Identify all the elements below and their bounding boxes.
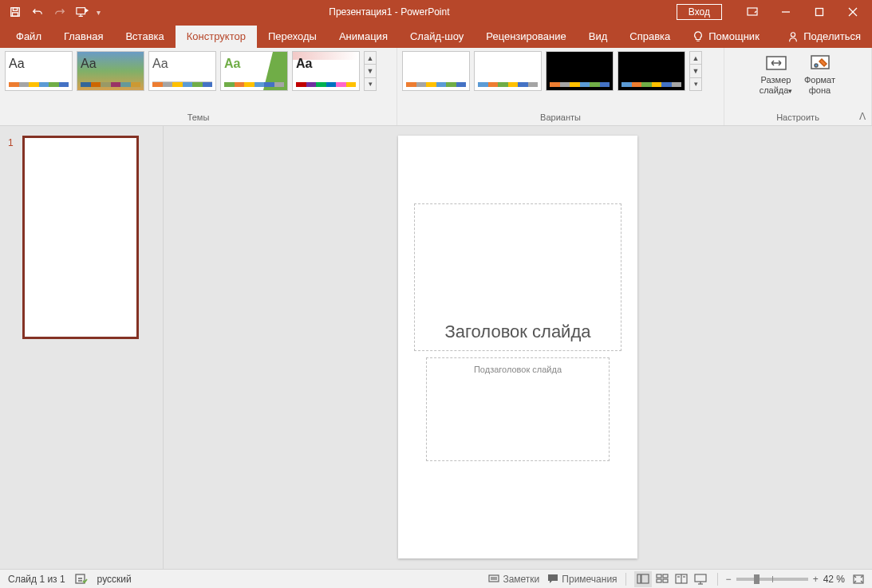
tab-slideshow[interactable]: Слайд-шоу — [399, 26, 475, 48]
expand-icon[interactable]: ▾ — [690, 78, 701, 90]
comments-button[interactable]: Примечания — [547, 574, 617, 585]
person-icon — [787, 31, 799, 42]
svg-rect-21 — [657, 579, 661, 582]
spellcheck-icon[interactable] — [75, 573, 88, 586]
theme-thumb-5[interactable]: Aa — [292, 51, 360, 91]
zoom-slider-track[interactable] — [736, 578, 808, 581]
work-area: 1 Заголовок слайда Подзаголовок слайда — [0, 126, 872, 569]
tab-review[interactable]: Рецензирование — [475, 26, 577, 48]
redo-icon[interactable] — [49, 2, 70, 22]
slide-size-button[interactable]: Размер слайда▾ — [756, 51, 796, 95]
close-icon[interactable] — [837, 0, 869, 24]
svg-rect-6 — [816, 9, 823, 16]
slide[interactable]: Заголовок слайда Подзаголовок слайда — [398, 136, 637, 558]
tell-me[interactable]: Помощник — [681, 26, 771, 48]
slide-counter[interactable]: Слайд 1 из 1 — [8, 574, 65, 585]
share-button[interactable]: Поделиться — [776, 26, 872, 48]
qat-customize-icon[interactable]: ▾ — [94, 8, 102, 17]
tab-view[interactable]: Вид — [578, 26, 619, 48]
zoom-slider-handle[interactable] — [754, 574, 760, 584]
themes-more[interactable]: ▲▼▾ — [364, 51, 377, 91]
zoom-control: − + 42 % — [726, 574, 845, 585]
scroll-up-icon[interactable]: ▲ — [365, 52, 376, 65]
subtitle-placeholder[interactable]: Подзаголовок слайда — [426, 357, 610, 461]
svg-rect-3 — [77, 8, 85, 14]
scroll-up-icon[interactable]: ▲ — [690, 52, 701, 65]
variant-thumb-4[interactable] — [618, 51, 685, 91]
thumbnail-row[interactable]: 1 — [0, 136, 163, 339]
tab-file[interactable]: Файл — [5, 26, 53, 48]
thumbnail-slide-1[interactable] — [22, 136, 139, 339]
variants-group-label: Варианты — [402, 111, 719, 124]
window-title: Презентация1 - PowerPoint — [102, 6, 677, 18]
maximize-icon[interactable] — [803, 0, 835, 24]
variant-thumb-3[interactable] — [546, 51, 614, 91]
window-controls: Вход — [677, 0, 872, 24]
group-configure: Размер слайда▾ Формат фона Настроить — [724, 48, 872, 125]
ribbon-display-options-icon[interactable] — [736, 0, 768, 24]
tell-me-label: Помощник — [708, 30, 760, 42]
ribbon-body: Aa Aa Aa Aa Aa ▲▼▾ — [0, 48, 872, 126]
collapse-ribbon-icon[interactable]: ᐱ — [859, 111, 866, 122]
slide-thumbnails-pane[interactable]: 1 — [0, 126, 164, 569]
start-from-beginning-icon[interactable] — [72, 2, 93, 22]
comment-icon — [547, 574, 558, 584]
theme-thumb-1[interactable]: Aa — [5, 51, 73, 91]
format-bg-icon — [810, 54, 831, 72]
format-background-button[interactable]: Формат фона — [800, 51, 840, 95]
scroll-down-icon[interactable]: ▼ — [690, 65, 701, 77]
thumbnail-number: 1 — [8, 136, 22, 339]
tab-insert[interactable]: Вставка — [114, 26, 175, 48]
tab-transitions[interactable]: Переходы — [257, 26, 328, 48]
share-label: Поделиться — [803, 30, 861, 42]
variant-thumb-1[interactable] — [402, 51, 470, 91]
reading-view-icon[interactable] — [673, 571, 690, 587]
login-button[interactable]: Вход — [677, 4, 722, 20]
theme-thumb-4[interactable]: Aa — [220, 51, 288, 91]
normal-view-icon[interactable] — [634, 571, 652, 587]
scroll-down-icon[interactable]: ▼ — [365, 65, 376, 77]
tab-design[interactable]: Конструктор — [176, 26, 257, 48]
quick-access-toolbar: ▾ — [0, 2, 102, 22]
slide-sorter-view-icon[interactable] — [653, 571, 671, 587]
svg-rect-2 — [13, 13, 18, 16]
theme-thumb-2[interactable]: Aa — [77, 51, 144, 91]
tab-animations[interactable]: Анимация — [328, 26, 399, 48]
zoom-out-icon[interactable]: − — [726, 574, 732, 585]
notes-button[interactable]: Заметки — [488, 574, 539, 585]
view-buttons — [634, 571, 709, 587]
svg-rect-18 — [641, 574, 649, 583]
slideshow-view-icon[interactable] — [692, 571, 709, 587]
save-icon[interactable] — [5, 2, 26, 22]
svg-rect-27 — [695, 574, 706, 582]
themes-group-label: Темы — [5, 111, 392, 124]
notes-icon — [488, 574, 499, 584]
svg-rect-17 — [637, 574, 641, 583]
zoom-level[interactable]: 42 % — [823, 574, 845, 585]
ribbon-tabs: Файл Главная Вставка Конструктор Переход… — [0, 24, 872, 48]
theme-thumb-3[interactable]: Aa — [148, 51, 216, 91]
variant-thumb-2[interactable] — [474, 51, 542, 91]
language-indicator[interactable]: русский — [97, 574, 132, 585]
tab-home[interactable]: Главная — [53, 26, 114, 48]
svg-rect-20 — [663, 574, 668, 578]
svg-point-9 — [791, 32, 795, 36]
expand-icon[interactable]: ▾ — [365, 78, 376, 90]
minimize-icon[interactable] — [770, 0, 802, 24]
slide-size-icon — [765, 54, 787, 72]
lightbulb-icon — [692, 31, 704, 42]
configure-group-label: Настроить — [729, 111, 866, 124]
svg-rect-14 — [489, 575, 499, 582]
slide-canvas-area[interactable]: Заголовок слайда Подзаголовок слайда — [164, 126, 872, 569]
undo-icon[interactable] — [27, 2, 48, 22]
tab-help[interactable]: Справка — [618, 26, 681, 48]
fit-to-window-icon[interactable] — [853, 574, 864, 584]
zoom-in-icon[interactable]: + — [813, 574, 819, 585]
svg-rect-1 — [13, 8, 17, 11]
group-themes: Aa Aa Aa Aa Aa ▲▼▾ — [0, 48, 397, 125]
svg-rect-22 — [663, 579, 668, 582]
group-variants: ▲▼▾ Варианты — [397, 48, 724, 125]
variants-more[interactable]: ▲▼▾ — [689, 51, 702, 91]
title-placeholder[interactable]: Заголовок слайда — [414, 203, 621, 351]
status-bar: Слайд 1 из 1 русский Заметки Примечания … — [0, 569, 872, 588]
